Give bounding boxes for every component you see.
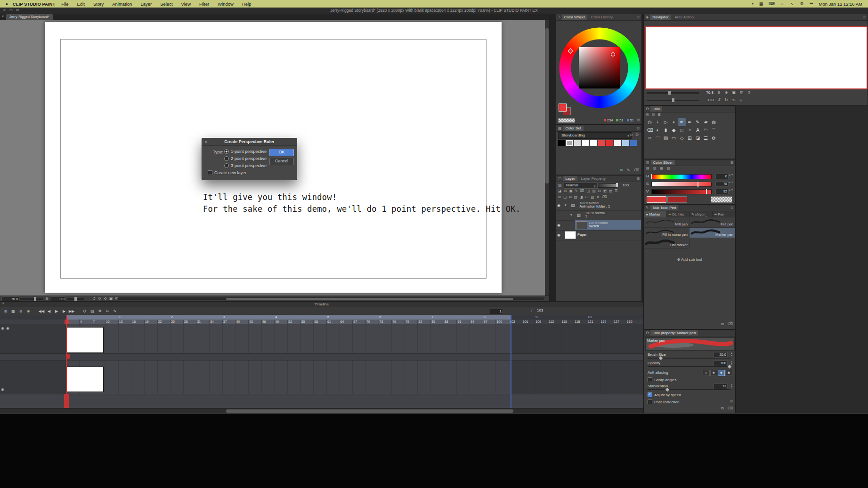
- tool-material-icon[interactable]: ◇: [678, 134, 686, 142]
- tool-figure-icon[interactable]: □: [678, 126, 686, 134]
- layer-cmd2-icon-4[interactable]: ◨: [580, 195, 583, 200]
- layer-cmd-icon-4[interactable]: ⌧: [580, 189, 584, 193]
- saturation-value-cursor[interactable]: [611, 52, 615, 56]
- sub-tool-footer-icon-0[interactable]: ⧉: [721, 322, 724, 327]
- color-slider-mode-icon-2[interactable]: ▦: [660, 167, 663, 170]
- foreground-color-swatch[interactable]: [559, 104, 567, 112]
- panel-menu-icon[interactable]: ☰: [637, 16, 640, 19]
- anti-aliasing-option-2[interactable]: ◆: [718, 370, 725, 376]
- color-swatch-3[interactable]: [582, 140, 589, 146]
- color-slider-mode-icon-0[interactable]: ▤: [646, 167, 649, 170]
- zoom-slider-thumb[interactable]: [668, 91, 671, 95]
- brush-stroke-preview[interactable]: Marker pen: [645, 337, 735, 351]
- navigator-zoom-value[interactable]: 76.8: [700, 90, 714, 95]
- layer-opacity-slider[interactable]: [598, 184, 617, 188]
- color-set-preset-dropdown[interactable]: Storyboarding ▼: [558, 132, 632, 139]
- perspective-option-2-point[interactable]: 2-point perspective: [224, 155, 267, 162]
- navigator-zoom-icon-1[interactable]: ⊕: [725, 90, 728, 95]
- rotate-slider-thumb[interactable]: [672, 98, 674, 102]
- tool-auto-select-icon[interactable]: ▨: [662, 134, 670, 142]
- sub-tool-item-marker-pen[interactable]: Marker pen: [690, 228, 735, 238]
- tab-color-slider[interactable]: Color Slider: [651, 160, 675, 165]
- app-menu-title[interactable]: CLIP STUDIO PAINT: [13, 1, 57, 7]
- layer-cmd-icon-7[interactable]: ⊡: [598, 189, 601, 193]
- menubar-item-filter[interactable]: Filter: [195, 1, 213, 7]
- menubar-status-icon-0[interactable]: ▪: [752, 1, 754, 6]
- tool-property-footer-icon-1[interactable]: ⌫: [728, 406, 733, 411]
- timeline-frames-ruler[interactable]: 1471013161922252831343740434649525558616…: [0, 320, 643, 324]
- statusbar-icon-4[interactable]: ▣: [109, 296, 113, 301]
- canvas-horizontal-scrollbar[interactable]: [118, 297, 544, 300]
- zoom-in-icon[interactable]: ⊕: [24, 309, 32, 313]
- loop-play-icon[interactable]: ⟳: [81, 309, 89, 313]
- playhead-flag[interactable]: [65, 320, 69, 324]
- tab-color-set[interactable]: Color Set: [563, 126, 584, 131]
- navigator-zoom-icon-3[interactable]: ◱: [740, 90, 744, 95]
- tool-move-icon[interactable]: +: [654, 118, 662, 126]
- tool-view-icon-2[interactable]: ☰: [657, 113, 660, 117]
- tool-mask-icon[interactable]: ◪: [694, 134, 702, 142]
- next-frame-icon[interactable]: ▶: [60, 309, 68, 313]
- tool-text-icon[interactable]: A: [694, 126, 702, 134]
- tool-divide-frame-icon[interactable]: ☰: [702, 134, 710, 142]
- color-swatch-5[interactable]: [598, 140, 605, 146]
- menubar-item-animation[interactable]: Animation: [108, 1, 136, 7]
- navigator-zoom-slider[interactable]: [647, 92, 699, 94]
- statusbar-icon-1[interactable]: ↺: [92, 296, 96, 301]
- sub-tool-item-felt-pen[interactable]: Felt pen: [690, 217, 735, 228]
- v-slider[interactable]: [651, 189, 712, 194]
- tool-balloon-icon[interactable]: ◠: [702, 126, 710, 134]
- layer-cmd2-icon-5[interactable]: ⊡: [585, 195, 588, 200]
- panel-menu-icon[interactable]: ☰: [637, 177, 640, 181]
- color-slider-mode-icon-3[interactable]: ▧: [667, 167, 670, 170]
- slider-position-marker[interactable]: [698, 182, 698, 187]
- tab-layer-property[interactable]: Layer Property: [579, 176, 608, 181]
- post-correction-checkbox-row[interactable]: Post correction: [648, 400, 679, 404]
- canvas-vertical-scrollbar[interactable]: [545, 20, 549, 296]
- tool-gradient-icon[interactable]: ◆: [670, 126, 678, 134]
- tab-close-icon[interactable]: ✕: [1, 15, 4, 18]
- sub-tool-item-fill-in-mono-pen[interactable]: Fill-in-mono pen: [644, 228, 690, 238]
- sub-tool-item-milli-pen[interactable]: Milli pen: [644, 217, 690, 228]
- layer-cmd2-icon-8[interactable]: ⌫: [602, 195, 607, 200]
- layer-cmd2-icon-2[interactable]: ⧉: [569, 195, 571, 200]
- timeline-seconds-ruler[interactable]: 12345678910: [0, 315, 643, 320]
- color-set-footer-icon-0[interactable]: ⊞: [620, 168, 623, 172]
- scrollbar-thumb[interactable]: [226, 409, 513, 413]
- layer-cmd-icon-1[interactable]: ⊞: [564, 189, 567, 193]
- anti-aliasing-option-3[interactable]: ◉: [725, 370, 732, 376]
- track-display-icon[interactable]: ▦: [9, 309, 17, 313]
- layer-thumbnail[interactable]: [576, 221, 587, 229]
- layer-cmd2-icon-1[interactable]: ▢: [563, 195, 567, 200]
- expand-advanced-icon[interactable]: ⊞: [730, 400, 733, 403]
- menubar-item-edit[interactable]: Edit: [73, 1, 89, 7]
- foreground-color-bar[interactable]: [647, 196, 666, 203]
- menubar-item-select[interactable]: Select: [156, 1, 177, 7]
- navigator-rotate-icon-0[interactable]: ↺: [717, 98, 721, 102]
- slider-position-marker[interactable]: [651, 174, 652, 179]
- color-swatch-7[interactable]: [614, 140, 621, 146]
- scrollbar-thumb[interactable]: [545, 28, 549, 184]
- ok-button[interactable]: OK: [269, 149, 294, 156]
- panel-menu-icon[interactable]: ☰: [637, 127, 640, 130]
- menubar-status-icon-3[interactable]: ♫: [780, 1, 784, 6]
- zoom-out-icon[interactable]: ⊖: [17, 309, 24, 313]
- statusbar-icon-0[interactable]: ⊕: [45, 296, 49, 301]
- stabilization-slider[interactable]: [648, 389, 730, 390]
- color-swatch-2[interactable]: [574, 140, 581, 146]
- menubar-item-story[interactable]: Story: [89, 1, 108, 7]
- tool-operation-icon[interactable]: ▷: [662, 118, 670, 126]
- opacity-slider[interactable]: [648, 366, 730, 367]
- timeline-settings-icon[interactable]: ⊞: [2, 309, 9, 313]
- h-slider[interactable]: [651, 174, 712, 179]
- radio-icon[interactable]: [224, 163, 229, 168]
- navigator-rotate-slider[interactable]: [647, 100, 699, 101]
- layer-row-animation-folder-1[interactable]: ◉▾▤100 % NormalAnimation folder : 1: [556, 200, 641, 211]
- tab-color-wheel[interactable]: Color Wheel: [562, 15, 587, 20]
- go-last-frame-icon[interactable]: ▶▶: [68, 309, 75, 313]
- brush-size-slider[interactable]: [648, 358, 730, 359]
- stepper-icon[interactable]: ▲▼: [729, 189, 733, 191]
- menubar-status-icon-5[interactable]: ⚙: [800, 1, 803, 6]
- s-value[interactable]: 78: [715, 181, 729, 187]
- menubar-status-icon-6[interactable]: ☰: [810, 1, 813, 6]
